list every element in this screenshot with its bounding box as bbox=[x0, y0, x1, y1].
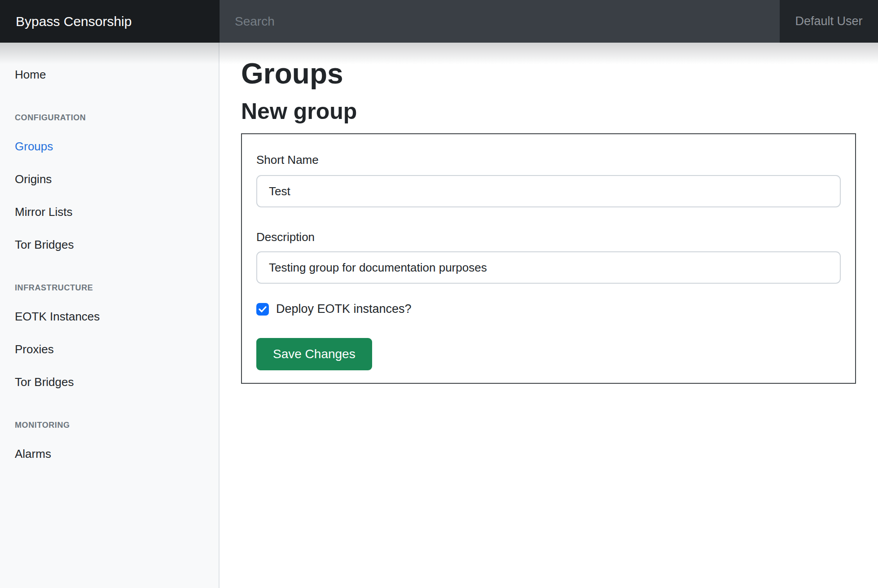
sidebar: Home CONFIGURATION Groups Origins Mirror… bbox=[0, 43, 220, 588]
top-navbar: Bypass Censorship Default User bbox=[0, 0, 878, 43]
sidebar-item-eotk-instances[interactable]: EOTK Instances bbox=[0, 300, 219, 333]
sidebar-item-tor-bridges-infra[interactable]: Tor Bridges bbox=[0, 366, 219, 399]
search-input[interactable] bbox=[220, 0, 780, 43]
sidebar-item-home[interactable]: Home bbox=[0, 58, 219, 91]
sidebar-heading-infrastructure: INFRASTRUCTURE bbox=[0, 283, 219, 293]
sidebar-item-tor-bridges-config[interactable]: Tor Bridges bbox=[0, 228, 219, 261]
sidebar-item-origins[interactable]: Origins bbox=[0, 163, 219, 196]
deploy-eotk-checkbox[interactable] bbox=[256, 303, 269, 316]
page-title: Groups bbox=[241, 58, 856, 89]
sidebar-item-groups[interactable]: Groups bbox=[0, 130, 219, 163]
description-label: Description bbox=[256, 231, 841, 244]
deploy-eotk-row: Deploy EOTK instances? bbox=[256, 302, 841, 316]
sidebar-heading-configuration: CONFIGURATION bbox=[0, 113, 219, 123]
page-layout: Home CONFIGURATION Groups Origins Mirror… bbox=[0, 43, 878, 588]
short-name-label: Short Name bbox=[256, 154, 841, 167]
check-icon bbox=[259, 306, 267, 312]
save-changes-button[interactable]: Save Changes bbox=[256, 338, 372, 370]
sidebar-item-proxies[interactable]: Proxies bbox=[0, 333, 219, 366]
user-menu-link[interactable]: Default User bbox=[780, 0, 878, 43]
sidebar-item-alarms[interactable]: Alarms bbox=[0, 438, 219, 470]
deploy-eotk-label[interactable]: Deploy EOTK instances? bbox=[276, 302, 412, 316]
section-title: New group bbox=[241, 99, 856, 124]
sidebar-item-mirror-lists[interactable]: Mirror Lists bbox=[0, 196, 219, 228]
brand-link[interactable]: Bypass Censorship bbox=[0, 0, 220, 43]
sidebar-nav: Home CONFIGURATION Groups Origins Mirror… bbox=[0, 43, 219, 470]
sidebar-heading-monitoring: MONITORING bbox=[0, 420, 219, 430]
main-content: Groups New group Short Name Description … bbox=[220, 43, 878, 588]
description-field[interactable] bbox=[256, 251, 841, 284]
new-group-form-card: Short Name Description Deploy EOTK insta… bbox=[241, 133, 856, 384]
short-name-field[interactable] bbox=[256, 175, 841, 207]
